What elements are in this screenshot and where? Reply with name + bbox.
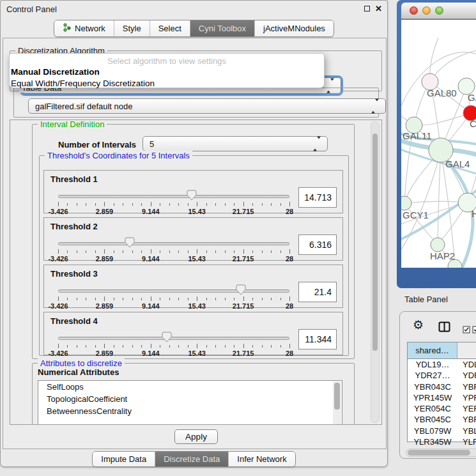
slider-track[interactable] xyxy=(58,195,289,198)
cell-shared-name[interactable]: YDR27… xyxy=(408,370,457,381)
zoom-traffic-light-icon[interactable] xyxy=(435,6,443,15)
spinner-arrows-icon[interactable] xyxy=(371,102,379,111)
slider-tick xyxy=(206,298,207,300)
cell-shared-name[interactable]: YBR043C xyxy=(408,381,457,392)
apply-button[interactable]: Apply xyxy=(174,429,218,444)
cell-name[interactable]: YPR1 xyxy=(457,392,476,403)
slider-tick xyxy=(262,250,263,253)
gear-icon[interactable]: ⚙ xyxy=(413,318,424,332)
threshold-panel-1: Threshold 1-3.4262.8599.14415.4321.71528… xyxy=(43,170,343,213)
slider-tick xyxy=(151,202,151,206)
scrollbar-thumb[interactable] xyxy=(334,383,340,410)
slider-tick xyxy=(77,250,77,253)
tab-jactivemnodules[interactable]: jActiveMNodules xyxy=(254,20,334,36)
network-window-titlebar[interactable] xyxy=(401,3,476,19)
slider-handle[interactable] xyxy=(125,237,135,248)
table-data-combobox[interactable]: galFiltered.sif default node xyxy=(28,98,386,114)
table-row[interactable]: YBR043CYBR0 xyxy=(408,381,476,392)
threshold-slider[interactable]: -3.4262.8599.14415.4321.71528 xyxy=(58,241,289,260)
cell-name[interactable]: YER0 xyxy=(457,403,476,414)
scrollbar-thumb[interactable] xyxy=(372,134,378,351)
tab-impute-data[interactable]: Impute Data xyxy=(93,452,155,466)
number-of-intervals-value: 5 xyxy=(150,139,154,149)
table-row[interactable]: YDL19…YDL1 xyxy=(408,359,476,370)
slider-handle[interactable] xyxy=(236,284,246,295)
cell-shared-name[interactable]: YPR145W xyxy=(408,392,457,403)
list-item-selfloops[interactable]: SelfLoops xyxy=(38,381,342,393)
column-header-name[interactable]: n xyxy=(457,342,476,358)
table-row[interactable]: YPR145WYPR1 xyxy=(408,392,476,403)
cell-name[interactable]: YDL1 xyxy=(457,359,476,370)
column-header-shared-name[interactable]: shared… xyxy=(408,342,457,358)
spinner-arrows-icon[interactable] xyxy=(313,139,321,149)
slider-tick xyxy=(95,250,96,253)
slider-tick xyxy=(104,344,105,348)
popup-option-manual-discretization[interactable]: Manual Discretization xyxy=(10,66,324,77)
threshold-slider[interactable]: -3.4262.8599.14415.4321.71528 xyxy=(58,288,289,307)
list-item-topologicalcoefficient[interactable]: TopologicalCoefficient xyxy=(38,393,342,405)
cell-shared-name[interactable]: YLR345W xyxy=(408,436,457,447)
tab-infer-network[interactable]: Infer Network xyxy=(228,452,295,466)
slider-tick xyxy=(160,250,160,253)
tab-label: Select xyxy=(158,24,181,33)
cell-shared-name[interactable]: YDL19… xyxy=(408,359,457,370)
float-window-icon[interactable] xyxy=(364,6,370,12)
slider-tick xyxy=(114,345,114,348)
tab-network[interactable]: Network xyxy=(54,20,114,36)
threshold-value-field[interactable]: 14.713 xyxy=(298,187,337,208)
cell-name[interactable]: YBR0 xyxy=(457,414,476,425)
vertical-scrollbar[interactable] xyxy=(371,121,380,423)
tab-label: Network xyxy=(75,24,105,33)
checkbox-icon[interactable] xyxy=(463,325,470,336)
slider-tick-label: 15.43 xyxy=(188,302,206,310)
slider-track[interactable] xyxy=(58,289,289,293)
table-row[interactable]: YER054CYER0 xyxy=(408,403,476,414)
scrollbar-thumb[interactable] xyxy=(408,450,470,456)
threshold-slider[interactable]: -3.4262.8599.14415.4321.71528 xyxy=(58,335,289,355)
list-item-betweennesscentrality[interactable]: BetweennessCentrality xyxy=(38,405,342,417)
threshold-value-field[interactable]: 11.344 xyxy=(298,329,337,349)
table-row[interactable]: YDR27…YDR2 xyxy=(408,370,476,381)
checkbox-icon[interactable] xyxy=(472,325,476,336)
slider-track[interactable] xyxy=(58,337,289,340)
table-row[interactable]: YLR345WYLR3 xyxy=(408,436,476,447)
cell-shared-name[interactable]: YER054C xyxy=(408,403,457,414)
threshold-value-field[interactable]: 21.4 xyxy=(298,282,337,302)
split-columns-icon[interactable] xyxy=(438,321,450,335)
network-node-gcy1[interactable] xyxy=(401,196,411,210)
cell-name[interactable]: YDR2 xyxy=(457,370,476,381)
table-row[interactable]: YBL079WYBL0 xyxy=(408,426,476,436)
slider-track[interactable] xyxy=(58,242,289,245)
close-icon[interactable]: ✕ xyxy=(375,4,382,13)
slider-tick-label: -3.426 xyxy=(48,302,68,310)
number-of-intervals-combobox[interactable]: 5 xyxy=(142,136,328,151)
table-header-row: shared… n xyxy=(408,342,476,359)
slider-handle[interactable] xyxy=(187,190,197,201)
table-row[interactable]: YBR045CYBR0 xyxy=(408,414,476,425)
network-canvas[interactable]: GAL80GACGAL11GAL4GCY1HHAP2 xyxy=(401,20,476,268)
numerical-attributes-list[interactable]: SelfLoopsTopologicalCoefficientBetweenne… xyxy=(38,380,342,425)
tab-style[interactable]: Style xyxy=(114,20,150,36)
tab-cyni-toolbox[interactable]: Cyni Toolbox xyxy=(190,20,254,36)
slider-tick-label: 28 xyxy=(286,255,293,263)
threshold-slider[interactable]: -3.4262.8599.14415.4321.71528 xyxy=(58,194,289,213)
cell-name[interactable]: YLR3 xyxy=(457,436,476,447)
cell-name[interactable]: YBR0 xyxy=(457,381,476,392)
network-node-hap2[interactable] xyxy=(431,238,445,252)
slider-handle[interactable] xyxy=(162,332,172,342)
slider-tick xyxy=(58,249,59,254)
network-graph: GAL80GACGAL11GAL4GCY1HHAP2 xyxy=(401,20,476,268)
slider-tick-label: -3.426 xyxy=(48,208,68,215)
slider-tick xyxy=(169,345,170,348)
threshold-value-field[interactable]: 6.316 xyxy=(298,234,337,255)
popup-option-equal-width-frequency[interactable]: Equal Width/Frequency Discretization xyxy=(10,77,324,89)
cell-shared-name[interactable]: YBL079W xyxy=(408,426,457,436)
close-traffic-light-icon[interactable] xyxy=(410,6,418,15)
cell-name[interactable]: YBL0 xyxy=(457,426,476,436)
list-scrollbar[interactable] xyxy=(333,381,341,425)
cell-shared-name[interactable]: YBR045C xyxy=(408,414,457,425)
tab-discretize-data[interactable]: Discretize Data xyxy=(155,452,228,466)
horizontal-scrollbar[interactable] xyxy=(406,449,476,457)
minimize-traffic-light-icon[interactable] xyxy=(422,6,431,15)
tab-select[interactable]: Select xyxy=(150,20,190,36)
